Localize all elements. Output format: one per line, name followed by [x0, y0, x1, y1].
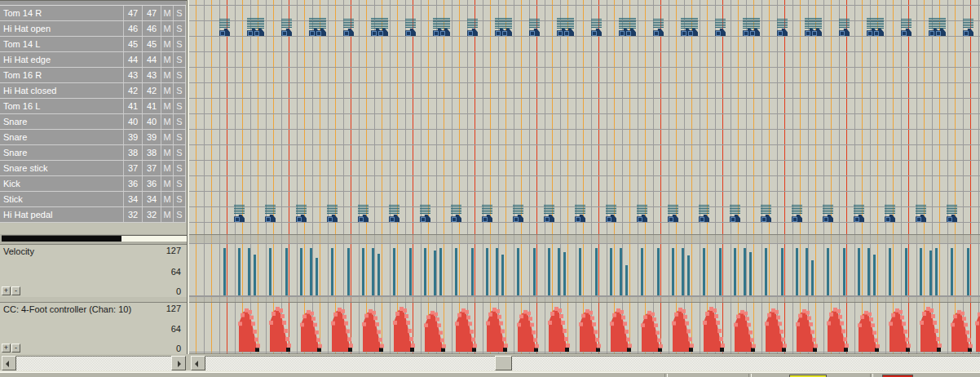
cc-controller-shape[interactable]	[362, 308, 384, 352]
solo-button[interactable]: S	[174, 99, 186, 113]
hihat-open-note[interactable]	[467, 19, 478, 36]
velocity-bar[interactable]	[657, 248, 660, 295]
drum-row-note-number[interactable]: 34	[124, 192, 143, 206]
hihat-pedal-note[interactable]	[916, 205, 926, 222]
hihat-pedal-note[interactable]	[420, 205, 430, 222]
drum-row-output-number[interactable]: 41	[143, 99, 161, 113]
velocity-bar[interactable]	[806, 248, 808, 295]
grid-scrollbar-track[interactable]	[205, 356, 980, 370]
velocity-bar[interactable]	[935, 248, 938, 295]
velocity-bar[interactable]	[238, 248, 241, 295]
left-pane-scrollbar-track[interactable]	[16, 356, 171, 370]
drum-row-output-number[interactable]: 36	[143, 176, 161, 191]
hihat-pedal-note[interactable]	[327, 205, 338, 222]
drum-row-name[interactable]: Tom 14 L	[0, 37, 124, 51]
velocity-bar[interactable]	[719, 248, 722, 295]
drum-row-output-number[interactable]: 39	[143, 130, 161, 144]
hihat-pedal-note[interactable]	[451, 205, 461, 222]
drum-row-note-number[interactable]: 40	[124, 114, 143, 129]
hihat-pedal-note[interactable]	[792, 205, 802, 222]
drum-row-output-number[interactable]: 32	[143, 207, 161, 222]
cc-controller-shape[interactable]	[672, 307, 694, 352]
note-grid-pane[interactable]	[189, 0, 980, 354]
drum-row-note-number[interactable]: 41	[124, 99, 143, 113]
solo-button[interactable]: S	[174, 145, 186, 160]
cc-controller-shape[interactable]	[951, 309, 973, 352]
velocity-bar[interactable]	[424, 248, 426, 295]
drum-row-name[interactable]: Hi Hat edge	[0, 52, 124, 67]
drum-row-output-number[interactable]: 37	[143, 161, 161, 175]
cc-controller-shape[interactable]	[827, 307, 849, 352]
solo-button[interactable]: S	[174, 83, 186, 98]
mute-button[interactable]: M	[161, 21, 174, 36]
velocity-bar[interactable]	[533, 248, 536, 295]
solo-button[interactable]: S	[174, 176, 186, 191]
hihat-open-note-pair[interactable]	[929, 19, 946, 36]
drum-row-name[interactable]: Hi Hat closed	[0, 83, 124, 98]
velocity-bar[interactable]	[316, 258, 318, 295]
hihat-pedal-note[interactable]	[854, 205, 864, 222]
solo-button[interactable]: S	[174, 207, 186, 222]
velocity-bar[interactable]	[734, 248, 736, 295]
mute-button[interactable]: M	[161, 130, 174, 144]
hihat-pedal-note[interactable]	[296, 205, 307, 222]
hihat-open-note-pair[interactable]	[681, 19, 698, 36]
mute-button[interactable]: M	[161, 192, 174, 206]
velocity-bar[interactable]	[409, 248, 412, 295]
velocity-bar[interactable]	[455, 248, 457, 295]
velocity-bar[interactable]	[248, 248, 250, 295]
velocity-bar[interactable]	[434, 251, 436, 295]
hihat-pedal-note[interactable]	[234, 205, 245, 222]
velocity-bar[interactable]	[749, 252, 752, 295]
hihat-open-note[interactable]	[591, 19, 602, 36]
velocity-bar[interactable]	[548, 248, 550, 295]
drum-row-output-number[interactable]: 46	[143, 21, 161, 36]
mute-button[interactable]: M	[161, 68, 174, 82]
hihat-open-note[interactable]	[281, 19, 292, 36]
solo-button[interactable]: S	[174, 52, 186, 67]
velocity-bar[interactable]	[486, 248, 488, 295]
hihat-pedal-note[interactable]	[606, 205, 616, 222]
hihat-pedal-note[interactable]	[668, 205, 678, 222]
hihat-open-note[interactable]	[343, 19, 354, 36]
mute-button[interactable]: M	[161, 207, 174, 222]
mute-button[interactable]: M	[161, 114, 174, 129]
lane-splitter[interactable]	[189, 297, 980, 302]
drum-row-name[interactable]: Hi Hat open	[0, 21, 124, 36]
velocity-bar[interactable]	[393, 248, 395, 295]
hihat-open-note[interactable]	[963, 19, 973, 36]
cc-controller-shape[interactable]	[393, 306, 415, 352]
mute-button[interactable]: M	[161, 161, 174, 175]
cc-zoom-in-button[interactable]: +	[2, 344, 11, 353]
drum-row-output-number[interactable]: 43	[143, 68, 161, 82]
velocity-bar[interactable]	[703, 248, 705, 295]
drum-row-note-number[interactable]: 39	[124, 130, 143, 144]
pane-ratio-bar[interactable]	[2, 235, 187, 242]
mute-button[interactable]: M	[161, 6, 174, 20]
mute-button[interactable]: M	[161, 176, 174, 191]
hihat-open-note-pair[interactable]	[495, 19, 512, 36]
velocity-zoom-out-button[interactable]: -	[11, 286, 20, 295]
solo-button[interactable]: S	[174, 6, 186, 20]
hihat-open-note[interactable]	[839, 19, 850, 36]
cc-controller-shape[interactable]	[486, 307, 508, 352]
hihat-pedal-note[interactable]	[823, 205, 833, 222]
drum-row-output-number[interactable]: 40	[143, 114, 161, 129]
drum-row-name[interactable]: Hi Hat pedal	[0, 207, 124, 222]
drum-row-note-number[interactable]: 36	[124, 176, 143, 191]
velocity-bar[interactable]	[672, 248, 674, 295]
hihat-pedal-note[interactable]	[699, 205, 709, 222]
hihat-open-note[interactable]	[901, 19, 912, 36]
velocity-bar[interactable]	[920, 248, 922, 295]
cc-controller-shape[interactable]	[579, 308, 601, 352]
hihat-open-note-pair[interactable]	[247, 19, 264, 36]
hihat-pedal-note[interactable]	[513, 205, 523, 222]
drum-row-name[interactable]: Tom 16 R	[0, 68, 124, 82]
hihat-pedal-note[interactable]	[389, 205, 400, 222]
hihat-open-note-pair[interactable]	[805, 19, 822, 36]
cc-controller-shape[interactable]	[920, 306, 942, 352]
velocity-bar[interactable]	[610, 248, 612, 295]
mute-button[interactable]: M	[161, 83, 174, 98]
cc-controller-shape[interactable]	[889, 308, 911, 352]
hihat-pedal-note[interactable]	[637, 205, 647, 222]
